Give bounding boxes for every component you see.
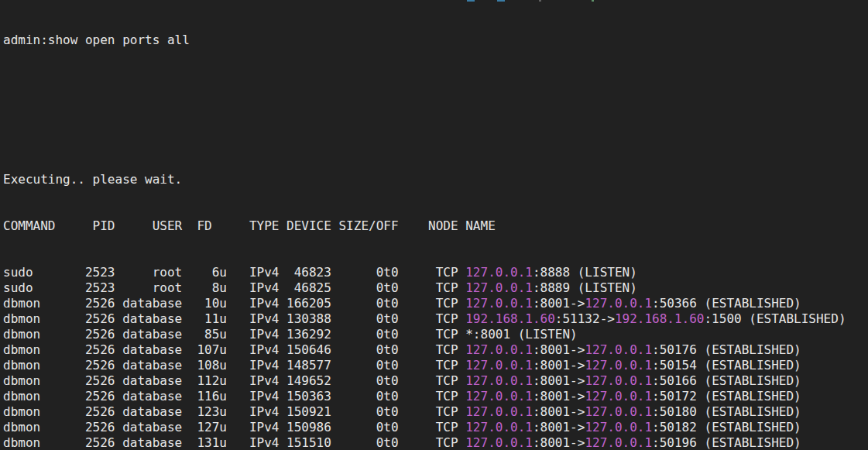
ip-address: 127.0.0.1	[585, 373, 652, 388]
ip-address: 127.0.0.1	[465, 420, 533, 435]
terminal-window[interactable]: admin:show open ports all Executing.. pl…	[0, 0, 868, 450]
ip-address: 127.0.0.1	[585, 342, 652, 357]
ip-address: 127.0.0.1	[465, 358, 533, 373]
ip-address: 127.0.0.1	[585, 420, 652, 435]
port-table-row: sudo 2523 root 6u IPv4 46823 0t0 TCP 127…	[3, 265, 868, 280]
port-table-row: dbmon 2526 database 107u IPv4 150646 0t0…	[3, 342, 868, 358]
ip-address: 192.168.1.60	[465, 311, 555, 326]
ip-address: 127.0.0.1	[585, 296, 652, 311]
terminal-output[interactable]: admin:show open ports all Executing.. pl…	[0, 2, 868, 450]
ip-address: 127.0.0.1	[585, 435, 652, 450]
ip-address: 192.168.1.60	[615, 311, 705, 326]
port-table-row: dbmon 2526 database 10u IPv4 166205 0t0 …	[3, 296, 868, 311]
ip-address: 127.0.0.1	[465, 373, 533, 388]
status-line: Executing.. please wait.	[3, 172, 868, 187]
ip-address: 127.0.0.1	[465, 280, 533, 295]
ip-address: 127.0.0.1	[585, 358, 652, 373]
port-table-row: dbmon 2526 database 127u IPv4 150986 0t0…	[3, 420, 868, 435]
port-table-row: dbmon 2526 database 131u IPv4 151510 0t0…	[3, 435, 868, 450]
port-table-rows: sudo 2523 root 6u IPv4 46823 0t0 TCP 127…	[3, 265, 868, 450]
command-line: admin:show open ports all	[3, 33, 868, 48]
ip-address: 127.0.0.1	[465, 435, 533, 450]
ip-address: 127.0.0.1	[465, 296, 533, 311]
ip-address: 127.0.0.1	[585, 404, 652, 419]
port-table-header: COMMAND PID USER FD TYPE DEVICE SIZE/OFF…	[3, 218, 868, 234]
ip-address: 127.0.0.1	[585, 389, 652, 404]
port-table-row: dbmon 2526 database 112u IPv4 149652 0t0…	[3, 373, 868, 389]
ip-address: 127.0.0.1	[465, 389, 533, 404]
port-table-row: sudo 2523 root 8u IPv4 46825 0t0 TCP 127…	[3, 280, 868, 296]
ip-address: 127.0.0.1	[465, 404, 533, 419]
port-table-row: dbmon 2526 database 11u IPv4 130388 0t0 …	[3, 311, 868, 327]
ip-address: 127.0.0.1	[465, 265, 533, 280]
port-table-row: dbmon 2526 database 108u IPv4 148577 0t0…	[3, 358, 868, 373]
ip-address: 127.0.0.1	[465, 342, 533, 357]
port-table-row: dbmon 2526 database 116u IPv4 150363 0t0…	[3, 389, 868, 404]
blank-line	[3, 125, 868, 141]
port-table-row: dbmon 2526 database 85u IPv4 136292 0t0 …	[3, 327, 868, 342]
port-table-row: dbmon 2526 database 123u IPv4 150921 0t0…	[3, 404, 868, 420]
blank-line	[3, 79, 868, 94]
